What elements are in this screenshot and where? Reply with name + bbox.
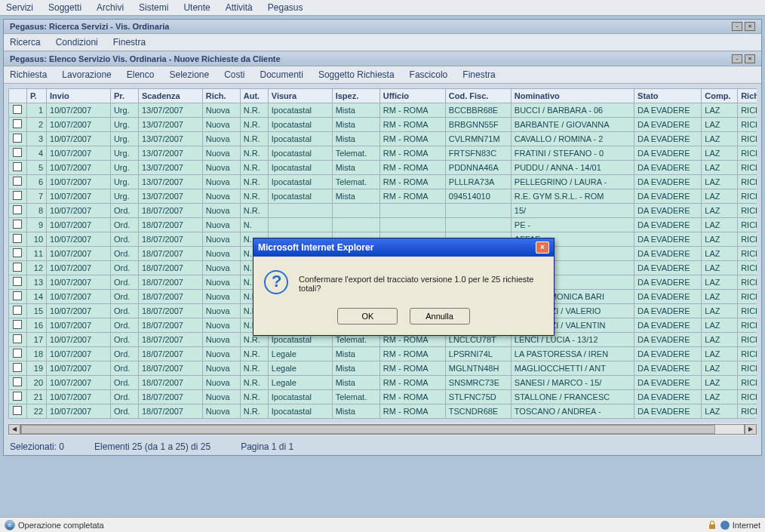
col-visura[interactable]: Visura [268, 89, 332, 103]
row-checkbox[interactable] [13, 105, 22, 114]
table-row[interactable]: 310/07/2007Urg.13/07/2007NuovaN.R.Ipocat… [9, 132, 757, 146]
menu-item-finestra[interactable]: Finestra [113, 37, 146, 48]
scroll-right-arrow-icon[interactable]: ▶ [745, 424, 757, 435]
menu-item-selezione[interactable]: Selezione [169, 69, 209, 80]
col-nominativo[interactable]: Nominativo [511, 89, 634, 103]
close-icon[interactable]: × [745, 22, 755, 31]
close-icon[interactable]: × [745, 54, 755, 63]
col-cod-fisc-[interactable]: Cod. Fisc. [445, 89, 511, 103]
cell: 3 [26, 132, 46, 146]
menu-item-richiesta[interactable]: Richiesta [10, 69, 47, 80]
row-checkbox[interactable] [13, 220, 22, 229]
cell: Nuova [202, 275, 240, 290]
cell-checkbox [9, 333, 27, 347]
menu-item-ricerca[interactable]: Ricerca [10, 37, 41, 48]
menu-item-utente[interactable]: Utente [183, 2, 210, 13]
menu-item-attività[interactable]: Attività [226, 2, 253, 13]
cell: Nuova [202, 204, 240, 218]
ok-button[interactable]: OK [337, 308, 398, 324]
menu-item-documenti[interactable]: Documenti [260, 69, 303, 80]
row-checkbox[interactable] [13, 191, 22, 200]
cell: DA EVADERE [634, 103, 702, 118]
row-checkbox[interactable] [13, 320, 22, 329]
cell: 5 [26, 161, 46, 175]
col-comp-[interactable]: Comp. [702, 89, 738, 103]
menu-item-costi[interactable]: Costi [224, 69, 244, 80]
menu-item-soggetti[interactable]: Soggetti [48, 2, 81, 13]
cell-checkbox [9, 404, 27, 419]
dialog-close-icon[interactable]: × [536, 241, 549, 254]
menu-item-soggetto-richiesta[interactable]: Soggetto Richiesta [318, 69, 395, 80]
col-checkbox[interactable] [9, 89, 27, 103]
cell: 18/07/2007 [138, 404, 202, 419]
menu-item-archivi[interactable]: Archivi [97, 2, 124, 13]
col-pr-[interactable]: Pr. [110, 89, 138, 103]
row-checkbox[interactable] [13, 291, 22, 300]
col-p-[interactable]: P. [26, 89, 46, 103]
col-ufficio[interactable]: Ufficio [379, 89, 445, 103]
row-checkbox[interactable] [13, 349, 22, 358]
col-invio[interactable]: Invio [47, 89, 111, 103]
table-row[interactable]: 2110/07/2007Ord.18/07/2007NuovaN.R.Ipoca… [9, 390, 757, 404]
row-checkbox[interactable] [13, 148, 22, 157]
menu-item-fascicolo[interactable]: Fascicolo [410, 69, 448, 80]
menu-item-elenco[interactable]: Elenco [127, 69, 155, 80]
scroll-thumb[interactable] [21, 425, 715, 434]
row-checkbox[interactable] [13, 162, 22, 171]
scroll-left-arrow-icon[interactable]: ◀ [8, 424, 20, 435]
cell: RICEVUTA DA [738, 118, 757, 132]
table-row[interactable]: 1910/07/2007Ord.18/07/2007NuovaN.R.Legal… [9, 361, 757, 376]
row-checkbox[interactable] [13, 248, 22, 257]
table-row[interactable]: 710/07/2007Urg.13/07/2007NuovaN.R.Ipocat… [9, 189, 757, 204]
table-row[interactable]: 110/07/2007Urg.13/07/2007NuovaN.R.Ipocat… [9, 103, 757, 118]
cell: 1 [26, 103, 46, 118]
menu-item-servizi[interactable]: Servizi [6, 2, 33, 13]
cell: Nuova [202, 175, 240, 189]
row-checkbox[interactable] [13, 134, 22, 143]
row-checkbox[interactable] [13, 205, 22, 214]
row-checkbox[interactable] [13, 177, 22, 186]
col-aut-[interactable]: Aut. [240, 89, 268, 103]
cell: Legale [268, 361, 332, 376]
scroll-track[interactable] [20, 424, 745, 435]
cell: 21 [26, 390, 46, 404]
row-checkbox[interactable] [13, 392, 22, 401]
col-richiesta[interactable]: Richiesta [738, 89, 757, 103]
table-row[interactable]: 210/07/2007Urg.13/07/2007NuovaN.R.Ipocat… [9, 118, 757, 132]
menu-item-finestra[interactable]: Finestra [462, 69, 495, 80]
table-row[interactable]: 810/07/2007Ord.18/07/2007NuovaN.R.15/DA … [9, 204, 757, 218]
row-checkbox[interactable] [13, 263, 22, 272]
cancel-button[interactable]: Annulla [410, 308, 470, 324]
table-row[interactable]: 2210/07/2007Ord.18/07/2007NuovaN.R.Ipoca… [9, 404, 757, 419]
menu-item-condizioni[interactable]: Condizioni [56, 37, 98, 48]
minimize-icon[interactable]: - [732, 22, 742, 31]
cell: 10/07/2007 [47, 333, 111, 347]
row-checkbox[interactable] [13, 306, 22, 315]
menu-item-sistemi[interactable]: Sistemi [139, 2, 168, 13]
cell: 10/07/2007 [47, 161, 111, 175]
horizontal-scrollbar[interactable]: ◀ ▶ [8, 423, 757, 435]
table-row[interactable]: 910/07/2007Ord.18/07/2007NuovaN.PE -DA E… [9, 218, 757, 232]
col-rich-[interactable]: Rich. [202, 89, 240, 103]
table-row[interactable]: 2010/07/2007Ord.18/07/2007NuovaN.R.Legal… [9, 376, 757, 390]
row-checkbox[interactable] [13, 406, 22, 415]
cell: 10 [26, 232, 46, 247]
table-row[interactable]: 510/07/2007Urg.13/07/2007NuovaN.R.Ipocat… [9, 161, 757, 175]
cell: RICEVUTA DA [738, 175, 757, 189]
row-checkbox[interactable] [13, 277, 22, 286]
row-checkbox[interactable] [13, 334, 22, 343]
menu-item-pegasus[interactable]: Pegasus [268, 2, 303, 13]
cell: STALLONE / FRANCESC [511, 390, 634, 404]
col-ispez-[interactable]: Ispez. [332, 89, 379, 103]
table-row[interactable]: 1810/07/2007Ord.18/07/2007NuovaN.R.Legal… [9, 347, 757, 361]
row-checkbox[interactable] [13, 234, 22, 243]
row-checkbox[interactable] [13, 363, 22, 372]
minimize-icon[interactable]: - [732, 54, 742, 63]
table-row[interactable]: 410/07/2007Urg.13/07/2007NuovaN.R.Ipocat… [9, 146, 757, 161]
row-checkbox[interactable] [13, 377, 22, 386]
row-checkbox[interactable] [13, 119, 22, 128]
menu-item-lavorazione[interactable]: Lavorazione [62, 69, 111, 80]
col-scadenza[interactable]: Scadenza [138, 89, 202, 103]
col-stato[interactable]: Stato [634, 89, 702, 103]
table-row[interactable]: 610/07/2007Urg.13/07/2007NuovaN.R.Ipocat… [9, 175, 757, 189]
